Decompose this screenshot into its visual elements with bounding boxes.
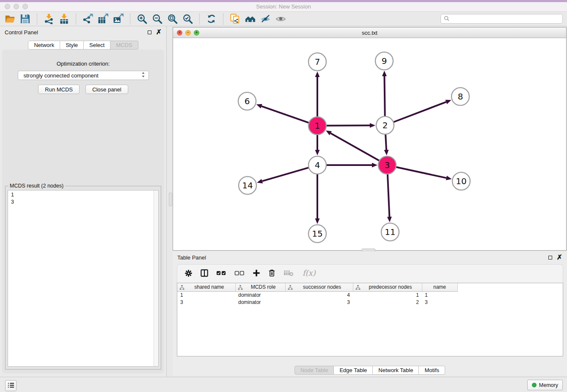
- zoom-selected-button[interactable]: [182, 13, 193, 25]
- unselect-all-button[interactable]: [234, 270, 245, 277]
- graph-edge-4-15[interactable]: [315, 174, 320, 224]
- export-table-button[interactable]: [97, 13, 109, 25]
- save-session-button[interactable]: [19, 13, 31, 25]
- graph-node-1[interactable]: 1: [308, 117, 326, 135]
- tab-mcds[interactable]: MCDS: [110, 41, 138, 50]
- export-image-button[interactable]: [113, 13, 124, 25]
- network-window-titlebar[interactable]: × − + scc.txt: [173, 28, 566, 38]
- zoom-network-button[interactable]: +: [194, 30, 199, 36]
- zoom-in-icon: [137, 14, 147, 24]
- vertical-splitter-handle[interactable]: [169, 193, 172, 206]
- control-panel: Control Panel ✗ NetworkStyleSelectMCDS O…: [0, 26, 167, 377]
- graph-node-2[interactable]: 2: [376, 116, 394, 134]
- table-cell[interactable]: 1: [177, 291, 235, 298]
- search-input[interactable]: [451, 16, 559, 22]
- home-button[interactable]: [245, 13, 256, 25]
- select-all-button[interactable]: [216, 270, 226, 277]
- show-details-eye-button[interactable]: [275, 13, 286, 25]
- zoom-in-button[interactable]: [136, 13, 148, 25]
- delete-row-button[interactable]: [268, 269, 275, 279]
- import-table-button[interactable]: [58, 13, 70, 25]
- table-cell[interactable]: 3: [422, 298, 457, 306]
- close-panel-button[interactable]: Close panel: [85, 85, 128, 94]
- mcds-result-textarea[interactable]: 13: [8, 190, 159, 367]
- show-details-eye-icon: [275, 14, 286, 24]
- graph-node-7[interactable]: 7: [308, 53, 326, 71]
- close-table-panel-icon[interactable]: ✗: [557, 254, 562, 261]
- graph-node-3[interactable]: 3: [378, 156, 396, 174]
- gear-button[interactable]: [184, 269, 193, 279]
- graph-edge-1-6[interactable]: [256, 104, 309, 123]
- refresh-button[interactable]: [206, 13, 217, 25]
- graph-edge-1-4[interactable]: [315, 135, 320, 155]
- graph-edge-2-9[interactable]: [382, 71, 387, 116]
- zoom-fit-button[interactable]: [167, 13, 178, 25]
- graph-edge-2-3[interactable]: [384, 134, 389, 155]
- graph-edge-3-11[interactable]: [387, 174, 392, 222]
- network-canvas[interactable]: 1234678910111415: [173, 38, 566, 250]
- add-row-button[interactable]: [253, 269, 260, 278]
- run-mcds-button[interactable]: Run MCDS: [38, 85, 80, 94]
- table-row: 1dominator411: [177, 291, 457, 298]
- zoom-fit-icon: [167, 14, 178, 24]
- graph-node-11[interactable]: 11: [381, 223, 399, 241]
- tab-network[interactable]: Network: [28, 41, 60, 50]
- table-tab-motifs[interactable]: Motifs: [419, 366, 445, 375]
- task-history-button[interactable]: [5, 380, 17, 391]
- column-header-successor-nodes[interactable]: successor nodes: [285, 283, 353, 291]
- table-cell[interactable]: 1: [422, 291, 457, 298]
- float-table-panel-icon[interactable]: [548, 256, 552, 259]
- graph-node-15[interactable]: 15: [308, 225, 326, 243]
- delete-table-button: [284, 270, 294, 278]
- export-network-button[interactable]: [82, 13, 94, 25]
- mcds-result-title: MCDS result (2 nodes): [8, 183, 65, 189]
- graph-edge-1-7[interactable]: [315, 72, 320, 117]
- table-cell[interactable]: 2: [353, 298, 422, 306]
- mcds-panel-body: Optimization criterion: strongly connect…: [2, 50, 164, 373]
- column-header-MCDS-role[interactable]: MCDS role: [235, 283, 285, 291]
- graph-edge-3-1[interactable]: [326, 130, 380, 160]
- graph-edge-2-8[interactable]: [394, 100, 451, 122]
- control-panel-header: Control Panel ✗: [0, 26, 166, 38]
- table-cell[interactable]: 4: [285, 291, 353, 298]
- column-header-shared-name[interactable]: shared name: [177, 283, 235, 291]
- graph-edge-1-2[interactable]: [326, 123, 375, 128]
- graph-node-10[interactable]: 10: [452, 172, 470, 190]
- table-cell[interactable]: 1: [353, 291, 422, 298]
- graph-node-6[interactable]: 6: [238, 92, 256, 110]
- graph-node-4[interactable]: 4: [308, 156, 326, 174]
- import-network-button[interactable]: [43, 13, 55, 25]
- columns-button[interactable]: [201, 269, 208, 278]
- column-header-predecessor-nodes[interactable]: predecessor nodes: [353, 283, 422, 291]
- table-tab-edge-table[interactable]: Edge Table: [334, 366, 373, 375]
- graph-node-8[interactable]: 8: [451, 88, 469, 105]
- tab-select[interactable]: Select: [84, 41, 110, 50]
- table-tab-node-table[interactable]: Node Table: [295, 366, 334, 375]
- graph-node-9[interactable]: 9: [375, 52, 393, 70]
- graph-node-14[interactable]: 14: [239, 177, 256, 194]
- columns-icon: [201, 269, 208, 278]
- table-cell[interactable]: 3: [285, 298, 353, 306]
- zoom-out-button[interactable]: [151, 13, 163, 25]
- float-panel-icon[interactable]: [148, 30, 151, 34]
- memory-button[interactable]: Memory: [527, 380, 563, 390]
- graph-edge-4-14[interactable]: [257, 168, 309, 183]
- table-cell[interactable]: 3: [177, 298, 235, 306]
- table-tab-network-table[interactable]: Network Table: [373, 366, 419, 375]
- graph-edge-4-3[interactable]: [326, 163, 377, 168]
- result-scrollbar[interactable]: [154, 190, 158, 366]
- column-header-name[interactable]: name: [422, 283, 457, 291]
- table-cell[interactable]: dominator: [235, 298, 285, 306]
- graph-edge-3-10[interactable]: [396, 167, 452, 180]
- tab-style[interactable]: Style: [60, 41, 84, 50]
- copy-share-button[interactable]: [229, 13, 241, 25]
- table-cell[interactable]: dominator: [235, 291, 285, 298]
- select-all-icon: [216, 270, 226, 277]
- minimize-network-button[interactable]: −: [185, 30, 191, 36]
- open-file-button[interactable]: [4, 13, 16, 25]
- close-network-button[interactable]: ×: [177, 30, 182, 36]
- close-panel-icon[interactable]: ✗: [156, 29, 162, 36]
- hide-details-eye-button[interactable]: [260, 13, 271, 25]
- criterion-select[interactable]: strongly connected component: [18, 71, 149, 80]
- column-label: name: [433, 284, 446, 290]
